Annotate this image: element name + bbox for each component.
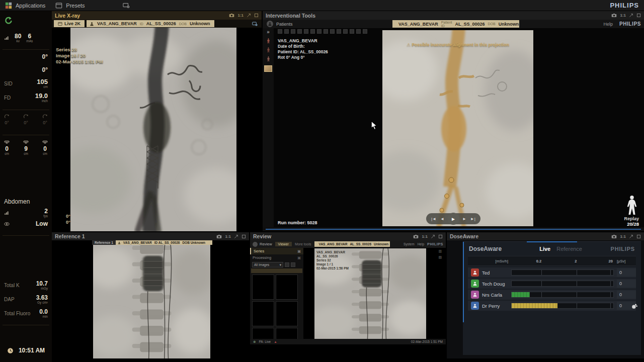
- patient-banner[interactable]: VAS_ANG_BEVAR ID AL_SS_00026 DOB Unknown: [87, 20, 214, 27]
- zoom-1to1-button[interactable]: 1:1: [225, 234, 231, 239]
- reference-tab[interactable]: Reference 1: [92, 240, 116, 245]
- series-list-item[interactable]: Series▣: [250, 248, 303, 254]
- more-tools-button[interactable]: More tools: [295, 242, 311, 246]
- dose-bar-fill: [512, 292, 530, 297]
- expand-strip-button[interactable]: »: [267, 29, 270, 35]
- play-button[interactable]: ►: [447, 213, 459, 225]
- patient-name: VAS_ANG_BEVAR: [97, 21, 137, 26]
- tool-icon[interactable]: [350, 29, 354, 34]
- thumbnail[interactable]: [252, 275, 274, 300]
- tool-icon[interactable]: [330, 29, 335, 34]
- skip-start-button[interactable]: |◄: [431, 217, 436, 221]
- sort-icon[interactable]: [291, 262, 295, 267]
- dose-bar-fill: [512, 303, 557, 308]
- review-app-button[interactable]: Review: [253, 242, 272, 247]
- mouse-cursor: [371, 121, 377, 130]
- thumbnail[interactable]: [276, 275, 298, 300]
- step-back-button[interactable]: ◄: [440, 217, 444, 221]
- tool-icon[interactable]: [284, 29, 289, 34]
- tool-icon[interactable]: [317, 29, 321, 34]
- tool-icon[interactable]: [297, 29, 302, 34]
- xray-beam-icon: [4, 35, 10, 41]
- run-scrubber[interactable]: [263, 227, 644, 231]
- patient-info-overlay: VAS_ANG_BEVAR Date of Birth: Patient ID:…: [278, 38, 328, 60]
- patient-banner[interactable]: VAS_ANG_BEVAR Patient ID AL_SS_00026 DOB…: [392, 20, 519, 28]
- maximize-icon[interactable]: [636, 234, 641, 239]
- snapshot-icon[interactable]: [229, 13, 234, 18]
- carm-angles-row: 0° 0° 0°: [0, 114, 52, 125]
- dose-row-tech-doug: Tech Doug 0: [468, 279, 636, 289]
- snapshot-icon[interactable]: [216, 234, 222, 239]
- snapshot-icon[interactable]: [611, 13, 617, 18]
- display-route-icon[interactable]: [252, 21, 258, 27]
- tool-icon[interactable]: [363, 29, 367, 34]
- help-button[interactable]: Help: [418, 242, 424, 246]
- tab-reference[interactable]: Reference: [556, 246, 582, 252]
- carm-angulation-icon: [23, 114, 29, 119]
- tool-icon[interactable]: [304, 29, 308, 34]
- tool-icon[interactable]: [324, 29, 328, 34]
- roadmap-angiogram-image[interactable]: [382, 30, 533, 226]
- help-button[interactable]: Help: [603, 22, 613, 27]
- thumbnail[interactable]: [276, 301, 298, 326]
- layout-icon[interactable]: [285, 262, 289, 267]
- maximize-icon[interactable]: [242, 234, 246, 239]
- info-dob: Date of Birth:: [278, 44, 328, 49]
- snapshot-icon[interactable]: [413, 234, 419, 239]
- patient-marker-icon[interactable]: [266, 38, 271, 44]
- active-roadmap-thumbnail[interactable]: [264, 65, 272, 72]
- patient-marker-icon-2[interactable]: [266, 47, 271, 53]
- clock-icon: [7, 347, 14, 354]
- resize-icon[interactable]: [247, 13, 251, 18]
- resize-icon[interactable]: [629, 234, 633, 239]
- step-forward-button[interactable]: ►: [462, 217, 466, 221]
- resize-icon[interactable]: [629, 13, 633, 18]
- replay-controls: |◄ ◄ ► ► ►|: [426, 213, 480, 224]
- overlay-patient-id: AL_SS_00026: [316, 254, 349, 258]
- presets-menu[interactable]: Presets: [50, 0, 90, 11]
- info-patient-id: Patient ID: AL_SS_00026: [278, 49, 328, 55]
- zoom-1to1-button[interactable]: 1:1: [422, 234, 428, 239]
- tab-live[interactable]: Live: [539, 246, 550, 252]
- tool-icon[interactable]: [291, 29, 295, 34]
- maximize-icon[interactable]: [254, 13, 259, 18]
- viewer-tab[interactable]: Viewer: [275, 242, 292, 246]
- thumbnail[interactable]: [252, 301, 274, 326]
- patient-banner[interactable]: VAS_ANG_BEVAR AL_SS_00026 Unknown: [314, 241, 390, 247]
- fluoro-row: Total Fluoro 0.0min: [0, 309, 52, 319]
- tool-icon[interactable]: [343, 29, 348, 34]
- warning-text: Possible inaccurate alignment in this pr…: [412, 42, 509, 47]
- tool-icon[interactable]: [310, 29, 315, 34]
- resize-icon[interactable]: [431, 234, 435, 239]
- acquisition-sidebar: 80kv 6mAs 0° 0° SID 105cm FD 19.0inch 0°…: [0, 11, 52, 362]
- processing-list-item[interactable]: Processing▣: [250, 254, 303, 261]
- total-k-row: Total K 10.7mGy: [0, 281, 52, 291]
- protocol-row[interactable]: Abdomen: [0, 198, 52, 205]
- dose-value: 0: [617, 280, 636, 288]
- applications-menu[interactable]: Applications: [0, 0, 50, 11]
- frame-rate-icon: [4, 210, 10, 216]
- patient-marker-icon-3[interactable]: [266, 56, 271, 62]
- skip-end-button[interactable]: ►|: [470, 217, 475, 221]
- maximize-icon[interactable]: [438, 234, 443, 239]
- image-info-overlay: Series 28 Image 16 / 20 02-Mar-2015 1:51…: [56, 47, 103, 65]
- dose-mode-value: Low: [36, 220, 48, 227]
- system-button[interactable]: System: [404, 242, 415, 246]
- resize-icon[interactable]: [234, 234, 238, 239]
- tool-icon[interactable]: [356, 29, 361, 34]
- image-filter-dropdown[interactable]: All Images▾: [252, 262, 283, 267]
- overlay-angulation: 0°: [66, 219, 70, 225]
- tab-live-2k[interactable]: Live 2K: [54, 20, 85, 27]
- tool-icon[interactable]: [278, 29, 282, 34]
- zoom-1to1-button[interactable]: 1:1: [237, 13, 244, 18]
- patients-button[interactable]: Patients: [263, 21, 297, 27]
- zoom-1to1-button[interactable]: 1:1: [620, 234, 626, 239]
- pan-icon[interactable]: ▥: [438, 249, 442, 253]
- tool-icon[interactable]: [337, 29, 341, 34]
- screen-capture-button[interactable]: [118, 0, 135, 11]
- maximize-icon[interactable]: [636, 13, 641, 18]
- zoom-1to1-button[interactable]: 1:1: [620, 13, 626, 18]
- snapshot-icon[interactable]: [611, 234, 617, 239]
- zoom-icon[interactable]: ▧: [438, 255, 442, 259]
- patient-banner[interactable]: VAS_ANG_BEVAR ID AL_SS_00026 DOB Unknown: [116, 240, 212, 245]
